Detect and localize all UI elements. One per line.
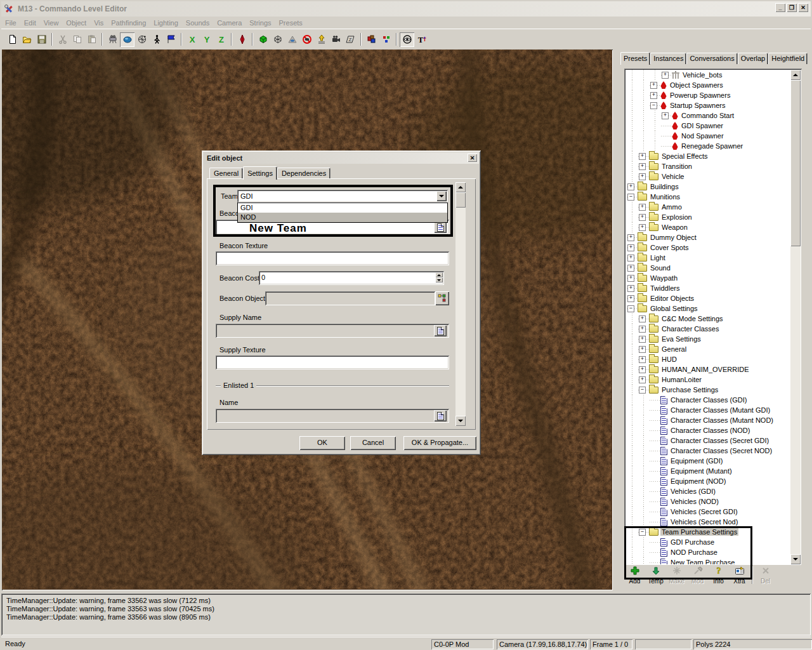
tree-item[interactable]: −Startup Spawners xyxy=(625,100,790,110)
wire-cube-button[interactable] xyxy=(270,32,285,47)
tree-item[interactable]: −Global Settings xyxy=(625,303,790,314)
tree-item[interactable]: +C&C Mode Settings xyxy=(625,314,790,324)
open-file-button[interactable] xyxy=(20,32,34,47)
collapse-icon[interactable]: − xyxy=(639,387,646,394)
scroll-thumb[interactable] xyxy=(790,80,801,246)
tree-item[interactable]: +Twiddlers xyxy=(625,283,790,293)
menu-camera[interactable]: Camera xyxy=(213,17,246,29)
menu-vis[interactable]: Vis xyxy=(90,17,107,29)
tree-item[interactable]: −Purchase Settings xyxy=(625,385,790,395)
expand-icon[interactable]: + xyxy=(639,366,646,373)
supply-texture-field[interactable] xyxy=(216,355,449,369)
tab-heightfield[interactable]: Heightfield xyxy=(768,53,808,64)
tree-item[interactable]: Vehicles (GDI) xyxy=(625,486,790,496)
beacon-object-browse-button[interactable] xyxy=(435,291,449,305)
close-button[interactable]: ✕ xyxy=(798,3,808,12)
tree-item[interactable]: +HUMAN_ANIM_OVERRIDE xyxy=(625,364,790,375)
vis-disable-button[interactable] xyxy=(299,32,314,47)
tree-item[interactable]: +Explosion xyxy=(625,212,790,222)
tree-item[interactable]: +Powerup Spawners xyxy=(625,90,790,100)
expand-icon[interactable]: + xyxy=(627,285,634,292)
scroll-down-button[interactable] xyxy=(790,554,801,564)
name-field[interactable] xyxy=(216,409,449,423)
menu-edit[interactable]: Edit xyxy=(20,17,40,29)
ok-propagate-button[interactable]: OK & Propagate... xyxy=(403,436,476,450)
cancel-button[interactable]: Cancel xyxy=(350,436,396,450)
paste-button[interactable] xyxy=(84,32,99,47)
flag-tool-button[interactable] xyxy=(164,32,178,47)
menu-presets[interactable]: Presets xyxy=(275,17,306,29)
drop-marker-button[interactable] xyxy=(235,32,249,47)
menu-file[interactable]: File xyxy=(1,17,20,29)
expand-icon[interactable]: + xyxy=(639,153,646,160)
menu-object[interactable]: Object xyxy=(62,17,90,29)
dialog-scrollbar[interactable] xyxy=(455,182,466,426)
save-file-button[interactable] xyxy=(34,32,49,47)
dialog-scroll-down[interactable] xyxy=(455,416,466,426)
rotate-gizmo-button[interactable] xyxy=(134,32,149,47)
tree-item[interactable]: Vehicles (Secret Nod) xyxy=(625,517,790,527)
tree-item[interactable]: Equipment (NOD) xyxy=(625,476,790,486)
expand-icon[interactable]: + xyxy=(639,315,646,322)
tree-item[interactable]: +Ammo xyxy=(625,202,790,212)
tree-item[interactable]: Character Classes (Mutant GDI) xyxy=(625,405,790,415)
collapse-icon[interactable]: − xyxy=(627,194,634,201)
tree-item[interactable]: +General xyxy=(625,344,790,354)
dialog-close-button[interactable]: ✕ xyxy=(468,154,477,162)
menu-view[interactable]: View xyxy=(40,17,63,29)
name-edit-button[interactable] xyxy=(434,410,447,421)
tree-item[interactable]: Character Classes (Mutant NOD) xyxy=(625,415,790,425)
tab-presets[interactable]: Presets xyxy=(620,52,650,65)
expand-icon[interactable]: + xyxy=(639,224,646,231)
zone-tool-button[interactable]: Z xyxy=(343,32,358,47)
tree-item[interactable]: Character Classes (Secret GDI) xyxy=(625,435,790,446)
beacon-cost-spinner[interactable] xyxy=(435,272,443,282)
solid-cube-button[interactable] xyxy=(256,32,270,47)
tree-item[interactable]: Equipment (Mutant) xyxy=(625,466,790,476)
tree-item[interactable]: Renegade Spawner xyxy=(625,141,790,151)
expand-icon[interactable]: + xyxy=(639,214,646,221)
text-tool-button[interactable]: T xyxy=(414,32,429,47)
expand-icon[interactable]: + xyxy=(627,255,634,262)
dialog-tab-general[interactable]: General xyxy=(209,168,243,179)
beacon-cost-field[interactable]: 0 xyxy=(259,271,444,285)
axis-x-button[interactable]: X xyxy=(185,32,199,47)
walk-mode-button[interactable] xyxy=(149,32,164,47)
menu-lighting[interactable]: Lighting xyxy=(150,17,182,29)
raise-height-button[interactable] xyxy=(314,32,329,47)
collapse-icon[interactable]: − xyxy=(650,102,657,109)
tree-item[interactable]: Character Classes (Secret NOD) xyxy=(625,446,790,456)
tree-item[interactable]: Character Classes (GDI) xyxy=(625,395,790,405)
menu-sounds[interactable]: Sounds xyxy=(182,17,213,29)
copy-button[interactable] xyxy=(70,32,84,47)
tree-item[interactable]: +Dummy Object xyxy=(625,232,790,242)
tree-item[interactable]: +Commando Start xyxy=(625,110,790,121)
expand-icon[interactable]: + xyxy=(627,275,634,282)
visibility-eye-button[interactable] xyxy=(400,32,414,47)
tree-item[interactable]: +Vehicle_bots xyxy=(625,70,790,80)
tree-item[interactable]: +Object Spawners xyxy=(625,80,790,90)
dialog-scroll-thumb[interactable] xyxy=(455,192,466,208)
expand-icon[interactable]: + xyxy=(639,356,646,363)
expand-icon[interactable]: + xyxy=(650,92,657,99)
tree-item[interactable]: −Munitions xyxy=(625,192,790,202)
tree-scrollbar[interactable] xyxy=(790,70,801,564)
expand-icon[interactable]: + xyxy=(627,295,634,302)
colored-dots-button[interactable] xyxy=(379,32,393,47)
minimize-button[interactable]: _ xyxy=(775,3,785,12)
colored-cubes-button[interactable] xyxy=(364,32,379,47)
beacon-object-field[interactable] xyxy=(265,291,435,305)
view-blob-button[interactable] xyxy=(120,32,134,47)
expand-icon[interactable]: + xyxy=(627,183,634,190)
axis-y-button[interactable]: Y xyxy=(199,32,214,47)
menu-pathfinding[interactable]: Pathfinding xyxy=(107,17,150,29)
expand-icon[interactable]: + xyxy=(662,72,669,79)
expand-icon[interactable]: + xyxy=(639,163,646,170)
expand-icon[interactable]: + xyxy=(639,204,646,211)
placement-tool-button[interactable] xyxy=(105,32,120,47)
tree-item[interactable]: +Transition xyxy=(625,161,790,171)
camera-tool-button[interactable] xyxy=(329,32,343,47)
expand-icon[interactable]: + xyxy=(650,82,657,89)
supply-name-field[interactable] xyxy=(216,324,449,338)
menu-strings[interactable]: Strings xyxy=(246,17,275,29)
